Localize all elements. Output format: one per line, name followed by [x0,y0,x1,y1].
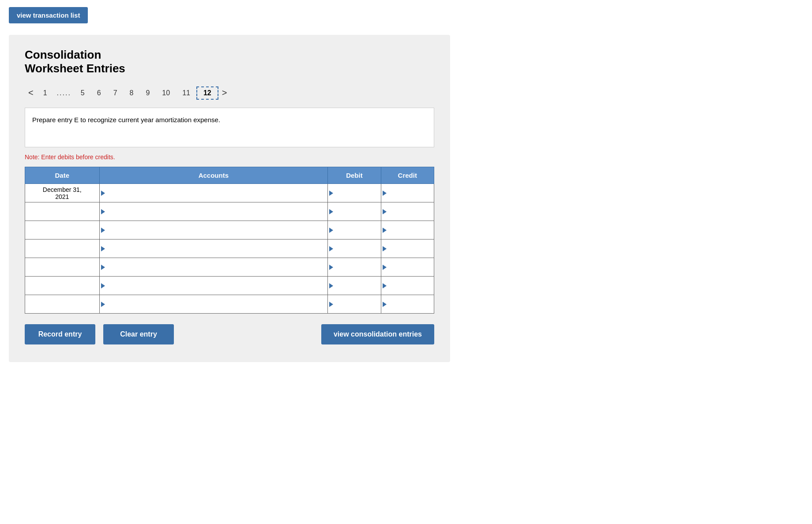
description-box: Prepare entry E to recognize current yea… [25,108,434,147]
debit-input-3[interactable] [337,227,379,234]
table-row [25,221,434,240]
date-cell-4 [25,240,100,258]
credit-input-3[interactable] [390,227,432,234]
debit-input-4[interactable] [337,245,379,252]
credit-input-5[interactable] [390,264,432,271]
pagination: < 1 ..... 5 6 7 8 9 10 11 12 > [25,86,434,100]
table-row: December 31,2021 [25,184,434,202]
debit-cell-7[interactable] [328,295,381,314]
table-row [25,258,434,277]
description-text: Prepare entry E to recognize current yea… [32,116,220,124]
credit-input-1[interactable] [390,190,432,197]
credit-arrow-6 [383,283,387,288]
table-row [25,295,434,314]
debit-cell-3[interactable] [328,221,381,240]
accounts-arrow-5 [101,265,105,270]
credit-cell-6[interactable] [381,277,434,295]
page-title: Consolidation Worksheet Entries [25,48,434,75]
credit-arrow-3 [383,228,387,233]
accounts-cell-2[interactable] [99,202,328,221]
debit-cell-2[interactable] [328,202,381,221]
page-num-11[interactable]: 11 [176,87,196,99]
credit-arrow-5 [383,265,387,270]
accounts-arrow-6 [101,283,105,288]
accounts-input-7[interactable] [109,301,326,308]
date-cell-7 [25,295,100,314]
accounts-arrow-7 [101,302,105,307]
accounts-cell-5[interactable] [99,258,328,277]
debit-arrow-7 [329,302,333,307]
accounts-input-4[interactable] [109,245,326,252]
accounts-input-5[interactable] [109,264,326,271]
credit-input-4[interactable] [390,245,432,252]
debit-cell-5[interactable] [328,258,381,277]
page-num-8[interactable]: 8 [124,87,140,99]
credit-cell-7[interactable] [381,295,434,314]
debit-arrow-3 [329,228,333,233]
credit-input-7[interactable] [390,301,432,308]
debit-arrow-5 [329,265,333,270]
main-panel: Consolidation Worksheet Entries < 1 ....… [9,35,450,362]
page-num-9[interactable]: 9 [139,87,156,99]
page-num-12[interactable]: 12 [196,86,218,100]
debit-input-5[interactable] [337,264,379,271]
accounts-input-2[interactable] [109,208,326,215]
credit-cell-2[interactable] [381,202,434,221]
button-row: Record entry Clear entry view consolidat… [25,324,434,344]
page-num-6[interactable]: 6 [91,87,107,99]
col-header-credit: Credit [381,167,434,184]
accounts-input-3[interactable] [109,227,326,234]
accounts-arrow-3 [101,228,105,233]
table-row [25,240,434,258]
page-num-7[interactable]: 7 [107,87,124,99]
note-text: Note: Enter debits before credits. [25,153,434,161]
accounts-arrow-4 [101,246,105,251]
debit-arrow-4 [329,246,333,251]
debit-input-2[interactable] [337,208,379,215]
credit-arrow-7 [383,302,387,307]
page-num-5[interactable]: 5 [75,87,91,99]
accounts-arrow-1 [101,191,105,196]
credit-cell-3[interactable] [381,221,434,240]
next-page-button[interactable]: > [218,86,231,100]
debit-input-6[interactable] [337,282,379,289]
view-transaction-button[interactable]: view transaction list [9,7,88,23]
col-header-accounts: Accounts [99,167,328,184]
entry-table: Date Accounts Debit Credit December 31,2… [25,167,434,314]
credit-cell-1[interactable] [381,184,434,202]
debit-arrow-2 [329,209,333,214]
debit-input-1[interactable] [337,190,379,197]
accounts-cell-4[interactable] [99,240,328,258]
debit-input-7[interactable] [337,301,379,308]
record-entry-button[interactable]: Record entry [25,324,95,344]
accounts-cell-1[interactable] [99,184,328,202]
accounts-cell-7[interactable] [99,295,328,314]
date-cell-6 [25,277,100,295]
date-cell-3 [25,221,100,240]
prev-page-button[interactable]: < [25,86,37,100]
col-header-date: Date [25,167,100,184]
page-num-1[interactable]: 1 [37,87,53,99]
date-cell-5 [25,258,100,277]
date-cell-1: December 31,2021 [25,184,100,202]
accounts-input-6[interactable] [109,282,326,289]
clear-entry-button[interactable]: Clear entry [103,324,174,344]
view-consolidation-button[interactable]: view consolidation entries [321,324,434,344]
accounts-cell-6[interactable] [99,277,328,295]
credit-arrow-1 [383,191,387,196]
accounts-input-1[interactable] [109,190,326,197]
debit-cell-1[interactable] [328,184,381,202]
accounts-cell-3[interactable] [99,221,328,240]
date-cell-2 [25,202,100,221]
col-header-debit: Debit [328,167,381,184]
page-num-10[interactable]: 10 [156,87,176,99]
credit-input-2[interactable] [390,208,432,215]
table-row [25,277,434,295]
credit-cell-5[interactable] [381,258,434,277]
debit-cell-6[interactable] [328,277,381,295]
credit-input-6[interactable] [390,282,432,289]
debit-cell-4[interactable] [328,240,381,258]
debit-arrow-6 [329,283,333,288]
accounts-arrow-2 [101,209,105,214]
credit-cell-4[interactable] [381,240,434,258]
